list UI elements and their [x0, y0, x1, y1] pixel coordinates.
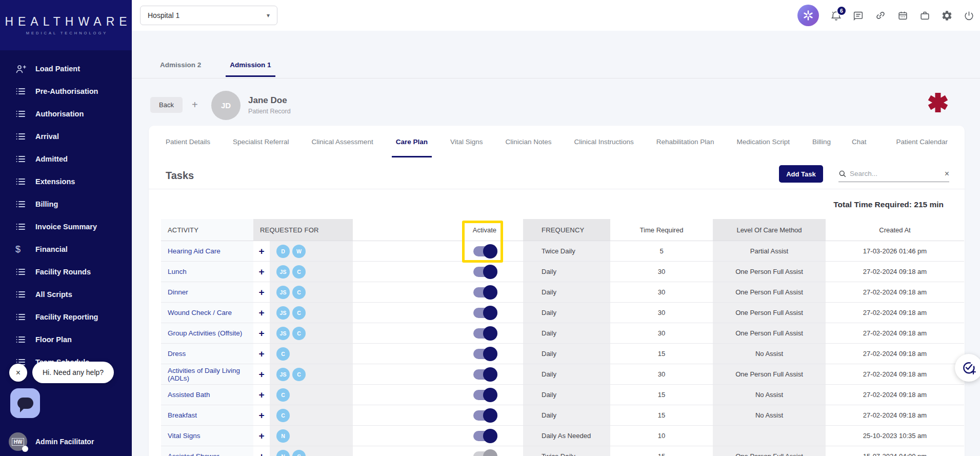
sidebar-item-arrival[interactable]: Arrival [0, 125, 132, 148]
add-subtask-button[interactable]: + [258, 390, 264, 400]
activity-link[interactable]: Group Activities (Offsite) [168, 329, 242, 337]
tab-clinical-assessment[interactable]: Clinical Assessment [312, 126, 373, 157]
cell-activity: Hearing Aid Care [161, 241, 253, 262]
activity-link[interactable]: Dress [168, 350, 186, 358]
sidebar-item-pre-authorisation[interactable]: Pre-Authorisation [0, 80, 132, 103]
cell-frequency: Daily [523, 385, 610, 405]
cell-add: + [253, 364, 270, 385]
notifications-button[interactable]: 6 [830, 10, 842, 22]
activate-toggle[interactable] [473, 287, 496, 298]
activate-toggle[interactable] [473, 267, 496, 277]
add-subtask-button[interactable]: + [258, 431, 264, 441]
calendar-button[interactable] [897, 10, 909, 22]
link-button[interactable] [874, 9, 887, 22]
add-task-button[interactable]: Add Task [779, 165, 823, 183]
record-tabs-left: Patient DetailsSpecialist ReferralClinic… [166, 126, 831, 157]
sidebar-item-billing[interactable]: Billing [0, 193, 132, 215]
activate-toggle[interactable] [473, 369, 496, 380]
cell-time-required: 30 [610, 323, 713, 344]
sidebar-item-invoice-summary[interactable]: Invoice Summary [0, 215, 132, 238]
hospital-select[interactable]: Hospital 1 ▾ [140, 6, 277, 25]
activity-link[interactable]: Vital Signs [168, 432, 201, 440]
back-button[interactable]: Back [150, 97, 183, 113]
divider [132, 78, 980, 78]
activity-link[interactable]: Hearing Aid Care [168, 247, 221, 255]
add-tab-icon[interactable]: + [192, 99, 198, 111]
tab-patient-calendar[interactable]: Patient Calendar [896, 126, 948, 157]
patient-subtitle: Patient Record [248, 108, 291, 115]
search-icon [838, 170, 847, 178]
add-subtask-button[interactable]: + [258, 410, 264, 420]
activate-toggle[interactable] [473, 308, 496, 318]
sidebar-item-load-patient[interactable]: Load Patient [0, 57, 132, 80]
cell-level-of-care: Partial Assist [713, 241, 826, 262]
tab-care-plan[interactable]: Care Plan [396, 126, 428, 157]
activity-link[interactable]: Assisted Shower [168, 452, 219, 456]
activate-toggle[interactable] [473, 390, 496, 400]
tab-medication-script[interactable]: Medication Script [736, 126, 790, 157]
cell-frequency: Daily [523, 405, 610, 426]
add-subtask-button[interactable]: + [258, 287, 264, 297]
cell-add: + [253, 344, 270, 364]
power-button[interactable] [963, 10, 975, 22]
cell-time-required: 15 [610, 446, 713, 456]
search-input[interactable] [850, 170, 932, 177]
add-subtask-button[interactable]: + [258, 308, 264, 318]
add-subtask-button[interactable]: + [258, 349, 264, 359]
add-subtask-button[interactable]: + [258, 246, 264, 256]
tab-admission-2[interactable]: Admission 2 [156, 61, 205, 77]
cell-time-required: 5 [610, 241, 713, 262]
chat-close-button[interactable]: × [9, 364, 27, 382]
sidebar-item-extensions[interactable]: Extensions [0, 170, 132, 193]
settings-button[interactable] [941, 10, 953, 22]
clear-search-icon[interactable]: × [945, 169, 949, 179]
sidebar-item-all-scripts[interactable]: All Scripts [0, 283, 132, 306]
tab-billing[interactable]: Billing [812, 126, 831, 157]
sidebar-item-floor-plan[interactable]: Floor Plan [0, 328, 132, 351]
tab-patient-details[interactable]: Patient Details [166, 126, 210, 157]
activity-link[interactable]: Activities of Daily Living (ADLs) [168, 367, 253, 382]
activate-toggle[interactable] [473, 328, 496, 339]
activity-link[interactable]: Assisted Bath [168, 391, 210, 399]
list-icon [15, 200, 28, 209]
add-subtask-button[interactable]: + [258, 267, 264, 276]
cell-time-required: 15 [610, 385, 713, 405]
sidebar-item-label: Financial [35, 245, 68, 253]
tab-clinician-notes[interactable]: Clinician Notes [505, 126, 551, 157]
activate-toggle[interactable] [473, 349, 496, 359]
activate-toggle[interactable] [473, 410, 496, 421]
activity-link[interactable]: Lunch [168, 268, 187, 275]
sidebar-item-authorisation[interactable]: Authorisation [0, 103, 132, 125]
record-tabs: Patient DetailsSpecialist ReferralClinic… [166, 126, 948, 157]
cell-created-at: 15-07-2024 04:00 pm [826, 446, 964, 456]
add-subtask-button[interactable]: + [258, 328, 264, 338]
tab-admission-1[interactable]: Admission 1 [226, 61, 275, 77]
logo-subtitle: MEDICAL TECHNOLOGY [24, 31, 108, 35]
briefcase-button[interactable] [919, 10, 931, 22]
activity-link[interactable]: Dinner [168, 288, 188, 296]
power-icon [963, 10, 975, 22]
activate-toggle[interactable] [473, 451, 496, 456]
quick-add-task-button[interactable] [955, 354, 980, 382]
tab-specialist-referral[interactable]: Specialist Referral [233, 126, 289, 157]
add-subtask-button[interactable]: + [258, 369, 264, 379]
tab-chat[interactable]: Chat [852, 126, 867, 157]
sidebar-item-facility-reporting[interactable]: Facility Reporting [0, 306, 132, 328]
user-profile[interactable]: HW Admin Facilitator [0, 428, 132, 455]
activity-link[interactable]: Breakfast [168, 411, 197, 419]
cell-activate [353, 241, 523, 262]
sidebar-item-facility-rounds[interactable]: Facility Rounds [0, 261, 132, 283]
tab-vital-signs[interactable]: Vital Signs [450, 126, 483, 157]
messages-button[interactable] [852, 10, 864, 22]
activity-link[interactable]: Wound Check / Care [168, 309, 232, 316]
add-subtask-button[interactable]: + [258, 451, 264, 456]
ai-assistant-button[interactable] [797, 5, 819, 26]
sidebar-item-financial[interactable]: $Financial [0, 238, 132, 261]
activate-toggle[interactable] [473, 246, 496, 256]
sidebar-item-admitted[interactable]: Admitted [0, 148, 132, 170]
activate-toggle[interactable] [473, 431, 496, 441]
tab-clinical-instructions[interactable]: Clinical Instructions [574, 126, 634, 157]
cell-frequency: Twice Daily [523, 241, 610, 262]
tab-rehabilitation-plan[interactable]: Rehabilitation Plan [656, 126, 714, 157]
chat-launcher-button[interactable] [10, 388, 40, 418]
